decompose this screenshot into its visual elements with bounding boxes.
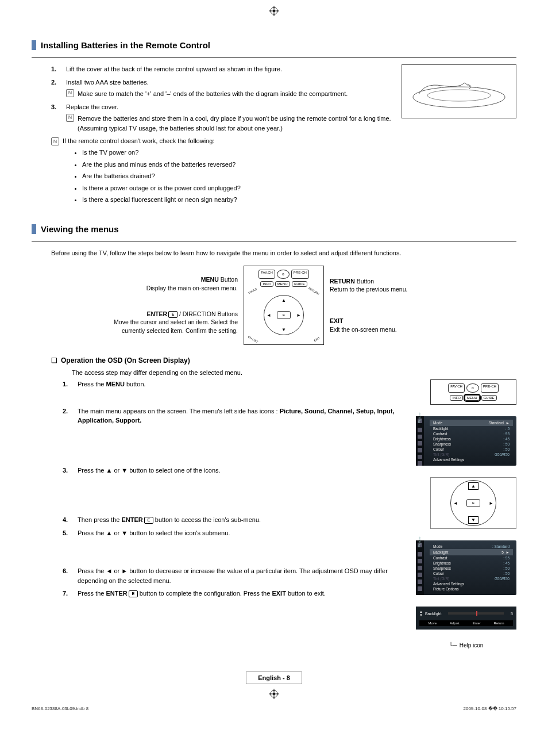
osd-step-4-bold: ENTER	[121, 516, 142, 523]
registration-mark-top	[269, 6, 279, 16]
enter-icon	[128, 590, 138, 597]
pointer-icon: └─	[449, 642, 457, 648]
osd-item-label: Backlight	[433, 550, 448, 554]
step-2-text: Install two AAA size batteries.	[66, 79, 149, 86]
osd-step-7-post: button to exit.	[286, 590, 326, 597]
step-3-text: Replace the cover.	[66, 103, 118, 110]
osd-step-4-post: button to access the icon's sub-menu.	[153, 516, 261, 523]
note-icon: N	[66, 89, 74, 97]
svg-point-3	[273, 10, 275, 12]
help-move: Move	[428, 621, 437, 625]
menu-button: MENU	[275, 281, 290, 287]
enter-desc: Move the cursor and select an item. Sele…	[114, 318, 238, 334]
osd-item-value: G50/R50	[495, 577, 510, 581]
osd-item-label: Picture Options	[433, 587, 458, 591]
prech-button: PRE-CH	[481, 383, 499, 393]
osd-item-label: Brightness	[433, 561, 451, 565]
osd-row: Backlight: 5	[430, 426, 513, 431]
osd-item-label: Contrast	[433, 556, 447, 560]
guide-button: GUIDE	[481, 395, 497, 401]
page-number: English - 8	[32, 671, 516, 684]
troubleshoot-item: Are the batteries drained?	[82, 171, 392, 181]
troubleshoot-item: Is there a power outage or is the power …	[82, 183, 392, 193]
menus-content: Before using the TV, follow the steps be…	[32, 248, 516, 649]
osd-highlight-row: Backlight 5 ►	[430, 549, 513, 555]
osd-item-label: Brightness	[433, 437, 451, 441]
zero-button: 0	[466, 383, 479, 393]
page-label: English - 8	[246, 671, 302, 684]
troubleshoot-item: Is the TV power on?	[82, 148, 392, 158]
osd-row: Brightness: 45	[430, 561, 513, 566]
osd-item-label: Backlight	[433, 427, 448, 431]
osd-item-value: 50	[505, 566, 510, 570]
remote-fragment: FAV.CH 0 PRE-CH INFO MENU GUIDE	[430, 379, 516, 405]
zero-button: 0	[277, 270, 290, 279]
osd-picture-panel: Picture Mode Standard ► Backlight: 5 Con…	[416, 416, 516, 466]
note-icon: N	[66, 114, 74, 122]
osd-item-label: Advanced Settings	[433, 458, 464, 462]
exit-button-label: EXIT	[330, 317, 343, 324]
osd-step-7: 7. Press the ENTER button to complete th…	[63, 589, 407, 598]
section-title-menus: Viewing the menus	[32, 224, 516, 234]
osd-item-label: Tint (G/R)	[433, 577, 449, 581]
osd-row: Advanced Settings	[430, 581, 513, 586]
osd-item-label: Mode	[433, 544, 442, 548]
slider-value: 5	[511, 612, 513, 616]
menus-intro: Before using the TV, follow the steps be…	[51, 248, 516, 258]
exit-label: EXIT	[313, 336, 321, 343]
step-1-text: Lift the cover at the back of the remote…	[66, 66, 282, 72]
return-label: RETURN	[308, 286, 320, 296]
favch-button: FAV.CH	[258, 270, 275, 279]
batteries-content: 1.Lift the cover at the back of the remo…	[32, 64, 392, 207]
enter-icon	[167, 310, 177, 317]
osd-item-value: G50/R50	[495, 452, 510, 456]
info-button: INFO	[450, 395, 462, 401]
slider-panel: ▲▼ Backlight 5 Move Adjust Enter Return	[416, 607, 516, 630]
osd-step-6-text: Press the ◄ or ► button to decrease or i…	[78, 567, 388, 584]
step-3: 3. Replace the cover. N Remove the batte…	[51, 102, 392, 133]
svg-point-9	[273, 693, 275, 695]
menu-button-highlighted: MENU	[465, 395, 480, 401]
osd-step-4: 4. Then press the ENTER button to access…	[63, 515, 407, 525]
osd-step-1-bold: MENU	[106, 381, 125, 387]
osd-item-value: 45	[505, 561, 510, 565]
step-2-note: Make sure to match the '+' and '–' ends …	[78, 89, 392, 99]
osd-step-5-text: Press the ▲ or ▼ button to select the ic…	[78, 529, 230, 536]
menu-button-desc: Display the main on-screen menu.	[146, 285, 238, 291]
remote-diagram: MENU Button Display the main on-screen m…	[51, 266, 516, 345]
troubleshoot-intro: If the remote control doesn't work, chec…	[63, 137, 214, 145]
step-3-note: Remove the batteries and store them in a…	[78, 114, 392, 133]
tools-label: TOOLS	[248, 287, 258, 295]
return-desc: Return to the previous menu.	[330, 286, 407, 293]
svg-point-5	[427, 90, 491, 101]
osd-item-label: Tint (G/R)	[433, 452, 449, 456]
osd-step-1-pre: Press the	[78, 381, 106, 387]
footer: BN68-02388A-03L09.indb 8 2009-10-08 �� 1…	[32, 706, 516, 711]
step-2: 2. Install two AAA size batteries. N Mak…	[51, 78, 392, 99]
battery-figure	[402, 64, 516, 118]
return-button-label: RETURN	[330, 278, 355, 285]
osd-row: Sharpness: 50	[430, 442, 513, 447]
osd-step-5: 5. Press the ▲ or ▼ button to select the…	[63, 528, 407, 538]
note-icon: N	[51, 137, 59, 145]
osd-step-2-pre: The main menu appears on the screen. The…	[78, 408, 280, 415]
osd-item-label: Contrast	[433, 432, 447, 436]
help-adjust: Adjust	[450, 621, 460, 625]
osd-step-7-mid: button to complete the configuration. Pr…	[138, 590, 272, 597]
chlist-label: CH LIST	[248, 335, 259, 344]
exit-desc: Exit the on-screen menu.	[330, 326, 397, 333]
info-button: INFO	[260, 281, 273, 287]
osd-step-7-pre: Press the	[78, 590, 106, 597]
menu-button-suffix: Button	[219, 276, 238, 283]
troubleshoot-item: Are the plus and minus ends of the batte…	[82, 160, 392, 170]
osd-step-4-pre: Then press the	[78, 516, 121, 523]
return-button-suffix: Button	[355, 278, 374, 285]
osd-row: Mode: Standard	[430, 544, 513, 549]
osd-step-1: 1. Press the MENU button.	[63, 379, 407, 389]
osd-step-7-bold2: EXIT	[272, 590, 285, 597]
dpad: ▲ ▼ ◄ ► E	[264, 295, 304, 335]
favch-button: FAV.CH	[448, 383, 465, 393]
dpad-fragment: ▲ ▼ ◄ ► E	[430, 477, 516, 529]
prech-button: PRE-CH	[291, 270, 309, 279]
menu-button-label: MENU	[201, 276, 219, 283]
